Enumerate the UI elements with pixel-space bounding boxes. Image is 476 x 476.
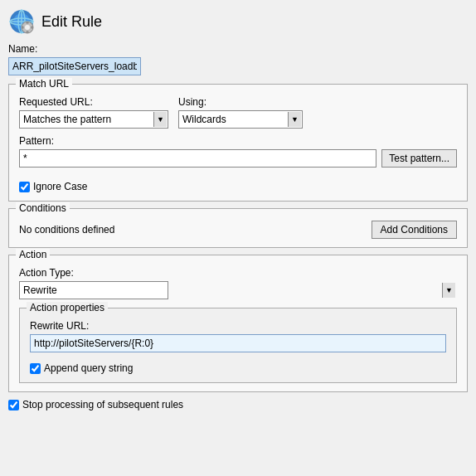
action-type-wrapper: Rewrite ▼	[19, 281, 457, 299]
action-legend: Action	[16, 249, 50, 260]
pattern-label: Pattern:	[19, 135, 457, 147]
action-type-select[interactable]: Rewrite	[19, 281, 168, 299]
conditions-row: No conditions defined Add Conditions	[19, 221, 457, 239]
conditions-section: Conditions No conditions defined Add Con…	[8, 208, 468, 248]
name-section: Name:	[8, 43, 468, 84]
svg-rect-8	[27, 22, 29, 24]
ignore-case-row: Ignore Case	[19, 181, 457, 192]
requested-url-wrapper: Matches the pattern ▼	[19, 110, 168, 129]
action-type-arrow-icon: ▼	[442, 283, 455, 298]
edit-rule-icon	[8, 8, 35, 35]
requested-url-label: Requested URL:	[19, 96, 168, 108]
test-pattern-button[interactable]: Test pattern...	[381, 149, 457, 168]
append-query-string-checkbox[interactable]	[30, 363, 41, 374]
action-properties-legend: Action properties	[27, 302, 108, 313]
rewrite-url-label: Rewrite URL:	[30, 320, 446, 332]
append-query-string-row: Append query string	[30, 362, 446, 374]
action-type-label: Action Type:	[19, 267, 457, 279]
page-header: Edit Rule	[8, 8, 468, 35]
page-title: Edit Rule	[41, 13, 102, 31]
ignore-case-checkbox[interactable]	[19, 182, 30, 192]
append-query-string-label: Append query string	[44, 362, 133, 374]
stop-processing-row: Stop processing of subsequent rules	[8, 399, 468, 410]
ignore-case-label: Ignore Case	[33, 181, 87, 192]
match-url-legend: Match URL	[16, 78, 72, 90]
svg-point-7	[25, 25, 30, 30]
name-input[interactable]	[8, 57, 141, 75]
no-conditions-text: No conditions defined	[19, 224, 114, 236]
pattern-row: Test pattern...	[19, 149, 457, 168]
action-section: Action Action Type: Rewrite ▼ Action pro…	[8, 255, 468, 392]
match-url-section: Match URL Requested URL: Matches the pat…	[8, 84, 468, 202]
requested-url-select[interactable]: Matches the pattern	[19, 110, 168, 129]
conditions-legend: Conditions	[16, 202, 70, 214]
add-conditions-button[interactable]: Add Conditions	[372, 221, 457, 239]
stop-processing-label: Stop processing of subsequent rules	[22, 399, 183, 410]
stop-processing-checkbox[interactable]	[8, 400, 19, 410]
using-label: Using:	[178, 96, 303, 108]
name-label: Name:	[8, 43, 468, 55]
action-properties-group: Action properties Rewrite URL: Append qu…	[19, 308, 457, 383]
svg-rect-11	[32, 27, 33, 29]
svg-rect-10	[22, 27, 24, 29]
using-select[interactable]: Wildcards	[178, 110, 303, 129]
rewrite-url-input[interactable]	[30, 334, 446, 352]
using-wrapper: Wildcards ▼	[178, 110, 303, 129]
pattern-input[interactable]	[19, 149, 376, 168]
svg-rect-9	[27, 32, 29, 33]
